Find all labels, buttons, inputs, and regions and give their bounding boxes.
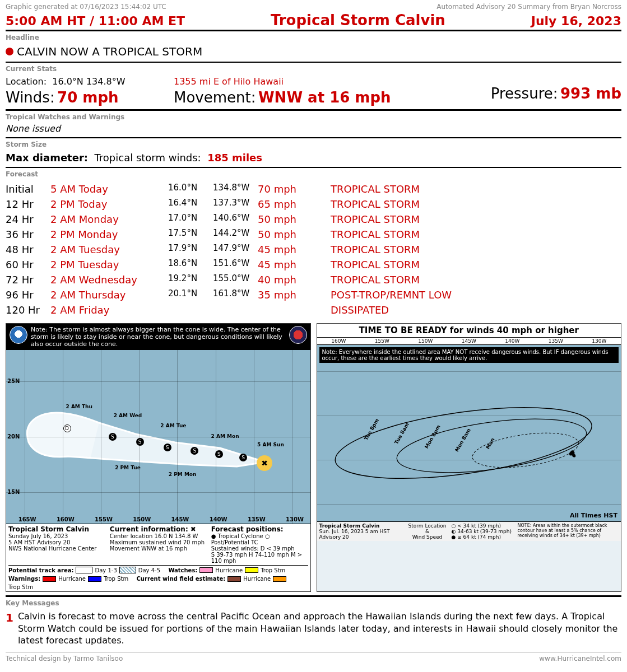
watch-tropstm: Trop Stm bbox=[261, 567, 285, 573]
fc-wind bbox=[258, 302, 331, 318]
lon-label: 130W bbox=[592, 338, 606, 344]
nhc-logo-icon bbox=[289, 326, 307, 344]
advisory-source: Automated Advisory 20 Summary from Bryan… bbox=[436, 3, 621, 11]
day13-label: Day 1-3 bbox=[95, 567, 117, 573]
legend-fp-title: Forecast positions: bbox=[211, 525, 308, 533]
day45-label: Day 4-5 bbox=[138, 567, 160, 573]
forecast-row: 36 Hr2 PM Monday17.5°N144.2°W50 mphTROPI… bbox=[6, 227, 621, 242]
forecast-row: 72 Hr2 AM Wednesday19.2°N155.0°W40 mphTR… bbox=[6, 272, 621, 287]
current-position-x-icon: ✖ bbox=[261, 459, 268, 468]
est-hurricane: Hurricane bbox=[243, 576, 271, 582]
key-messages: 1Calvin is forecast to move across the c… bbox=[6, 608, 621, 652]
legend2-k2: ◐ 34-63 kt (39-73 mph) bbox=[452, 529, 513, 534]
fc-wind: 65 mph bbox=[258, 197, 331, 212]
stats-label: Current Stats bbox=[6, 65, 621, 73]
fc-hour: 120 Hr bbox=[6, 302, 50, 318]
swatch-icon bbox=[245, 567, 258, 573]
key-messages-label: Key Messages bbox=[6, 599, 621, 607]
km-text: Calvin is forecast to move across the ce… bbox=[18, 610, 621, 647]
fc-lat bbox=[168, 302, 213, 318]
lon-label: 160W bbox=[331, 338, 346, 344]
fc-category: TROPICAL STORM bbox=[331, 257, 621, 272]
fc-lat: 16.0°N bbox=[168, 181, 213, 197]
generated-time: Graphic generated at 07/16/2023 15:44:02… bbox=[6, 3, 166, 11]
fc-hour: 12 Hr bbox=[6, 197, 50, 212]
size-label: Storm Size bbox=[6, 141, 621, 148]
max-diameter-label: Max diameter: bbox=[6, 152, 88, 164]
legend-current-title: Current information: ✖ bbox=[110, 525, 207, 533]
lon-label: 150W bbox=[418, 338, 433, 344]
storm-size: Max diameter: Tropical storm winds: 185 … bbox=[6, 150, 621, 168]
legend-fp3: S 39-73 mph H 74-110 mph M > 110 mph bbox=[211, 552, 308, 564]
legend2-ws: Wind Speed bbox=[408, 534, 447, 540]
fc-lat: 17.5°N bbox=[168, 227, 213, 242]
all-times-label: All Times HST bbox=[570, 512, 617, 519]
fc-lon: 137.3°W bbox=[213, 197, 258, 212]
legend-fp2: Sustained winds: D < 39 mph bbox=[211, 545, 308, 552]
headline-label: Headline bbox=[6, 34, 621, 41]
forecast-label: Forecast bbox=[6, 170, 621, 178]
advisory-page: Graphic generated at 07/16/2023 15:44:02… bbox=[0, 0, 627, 665]
fc-category: TROPICAL STORM bbox=[331, 272, 621, 287]
fc-wind: 45 mph bbox=[258, 257, 331, 272]
pressure-label: Pressure: bbox=[491, 85, 558, 102]
noaa-logo-icon bbox=[10, 326, 27, 344]
track-point-icon: S bbox=[136, 438, 144, 446]
watch-hurricane: Hurricane bbox=[215, 567, 243, 573]
movement-value: WNW at 16 mph bbox=[258, 89, 391, 106]
cone-day13-swatch-icon bbox=[76, 567, 92, 573]
lon-label: 155W bbox=[95, 516, 113, 522]
km-number: 1 bbox=[6, 610, 13, 647]
track-point-label: 2 PM Tue bbox=[115, 465, 141, 470]
lat-label: 15N bbox=[7, 489, 20, 495]
forecast-row: 24 Hr2 AM Monday17.0°N140.6°W50 mphTROPI… bbox=[6, 212, 621, 227]
swatch-icon bbox=[227, 576, 241, 582]
fc-lat: 16.4°N bbox=[168, 197, 213, 212]
lat-label: 25N bbox=[7, 378, 20, 384]
headline-text: CALVIN NOW A TROPICAL STORM bbox=[17, 45, 202, 58]
legend2-date: Sun. Jul. 16, 2023 5 am HST bbox=[319, 529, 403, 534]
forecast-row: Initial5 AM Today16.0°N134.8°W70 mphTROP… bbox=[6, 181, 621, 197]
fc-hour: Initial bbox=[6, 181, 50, 197]
swatch-icon bbox=[199, 567, 213, 573]
fc-wind: 50 mph bbox=[258, 212, 331, 227]
location-label: Location: bbox=[6, 76, 47, 87]
legend-movement: Movement WNW at 16 mph bbox=[110, 545, 207, 552]
current-stats: Location: 16.0°N 134.8°W Winds: 70 mph 1… bbox=[6, 74, 621, 111]
legend-storm-name: Tropical Storm Calvin bbox=[8, 525, 105, 533]
track-point-label: 5 AM Sun bbox=[257, 442, 284, 447]
fc-time: 2 PM Today bbox=[50, 197, 168, 212]
fc-hour: 48 Hr bbox=[6, 242, 50, 257]
fc-lat: 17.0°N bbox=[168, 212, 213, 227]
headline-bullet-icon bbox=[6, 48, 13, 55]
legend-center-loc: Center location 16.0 N 134.8 W bbox=[110, 533, 207, 539]
lon-label: 145W bbox=[462, 338, 476, 344]
fc-time: 2 AM Friday bbox=[50, 302, 168, 318]
forecast-row: 12 Hr2 PM Today16.4°N137.3°W65 mphTROPIC… bbox=[6, 197, 621, 212]
fc-wind: 45 mph bbox=[258, 242, 331, 257]
legend-max-wind: Maximum sustained wind 70 mph bbox=[110, 539, 207, 545]
cone-map-note: Note: The storm is almost always bigger … bbox=[31, 326, 286, 348]
arrival-map-body: Note: Everywhere inside the outlined are… bbox=[317, 345, 621, 521]
svg-point-2 bbox=[470, 427, 580, 473]
track-point-icon: S bbox=[164, 444, 171, 451]
advisory-time: 5:00 AM HT / 11:00 AM ET bbox=[6, 14, 185, 28]
legend2-title: Tropical Storm Calvin bbox=[319, 523, 403, 529]
track-point-label: 2 AM Tue bbox=[160, 423, 186, 428]
fc-time: 5 AM Today bbox=[50, 181, 168, 197]
lon-label: 140W bbox=[210, 516, 227, 522]
legend2-k1: ○ < 34 kt (39 mph) bbox=[452, 523, 513, 529]
track-point-icon: D bbox=[63, 424, 71, 432]
storm-symbol-icon bbox=[568, 450, 577, 459]
track-point-icon: S bbox=[215, 450, 223, 458]
fc-category: TROPICAL STORM bbox=[331, 212, 621, 227]
cone-map: Note: The storm is almost always bigger … bbox=[6, 323, 311, 592]
legend2-adv: Advisory 20 bbox=[319, 534, 403, 540]
fc-lon: 144.2°W bbox=[213, 227, 258, 242]
est-tropstm: Trop Stm bbox=[8, 584, 33, 590]
watches-legend-label: Watches: bbox=[168, 567, 197, 573]
fc-lon: 134.8°W bbox=[213, 181, 258, 197]
lon-label: 145W bbox=[171, 516, 189, 522]
fc-category: TROPICAL STORM bbox=[331, 227, 621, 242]
fc-time: 2 AM Monday bbox=[50, 212, 168, 227]
